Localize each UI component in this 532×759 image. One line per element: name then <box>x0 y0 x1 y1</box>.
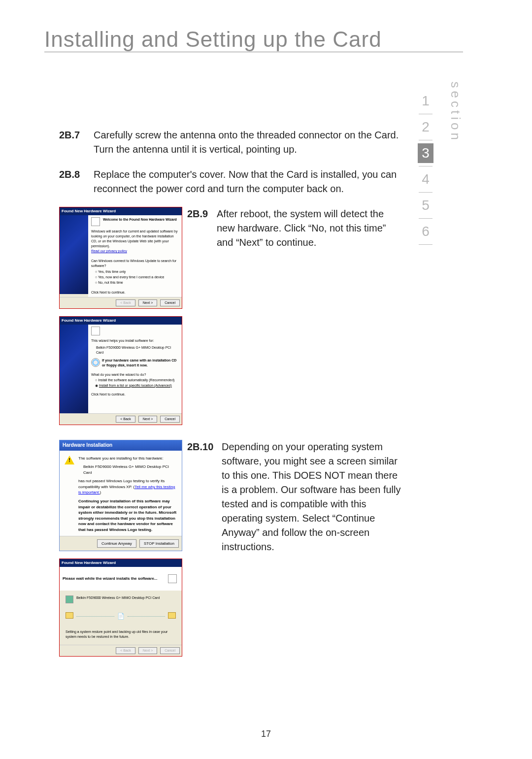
nav-sep <box>419 140 432 140</box>
warning-icon <box>65 456 74 464</box>
back-button[interactable]: < Back <box>116 299 135 306</box>
device-icon <box>91 327 100 335</box>
progress-heading: Please wait while the wizard installs th… <box>63 576 158 582</box>
radio-auto[interactable]: ○ Install the software automatically (Re… <box>95 378 179 383</box>
step-2b7: 2B.7 Carefully screw the antenna onto th… <box>59 128 404 157</box>
titlebar: Found New Hardware Wizard <box>60 317 182 325</box>
step-number: 2B.7 <box>59 128 94 157</box>
titlebar: Hardware Installation <box>60 440 182 451</box>
wizard-intro: Windows will search for current and upda… <box>91 229 179 249</box>
stop-installation-button[interactable]: STOP Installation <box>139 539 179 548</box>
titlebar: Found New Hardware Wizard <box>60 559 182 567</box>
cancel-button[interactable]: Cancel <box>160 299 180 306</box>
wizard2-screenshot: Found New Hardware Wizard This wizard he… <box>59 316 182 425</box>
nav-item-2[interactable]: 2 <box>418 117 433 137</box>
device-name: Belkin F5D9000 Wireless G+ MIMO Desktop … <box>83 464 177 475</box>
section-nav: 1 2 3 4 5 6 <box>418 91 433 248</box>
card-icon <box>66 595 73 603</box>
device-name: Belkin F5D9000 Wireless G+ MIMO Desktop … <box>76 596 160 599</box>
step-number: 2B.8 <box>59 167 94 196</box>
body-text: 2B.7 Carefully screw the antenna onto th… <box>59 128 404 664</box>
step-text: Carefully screw the antenna onto the thr… <box>94 128 404 157</box>
progress-header: Please wait while the wizard installs th… <box>60 567 182 591</box>
cancel-button[interactable]: Cancel <box>160 647 180 654</box>
hardware-installation-dialog: Hardware Installation The software you a… <box>59 440 182 551</box>
step-2b10-row: Hardware Installation The software you a… <box>59 440 404 664</box>
next-button[interactable]: Next > <box>138 299 157 306</box>
device-icon <box>168 574 177 583</box>
next-button[interactable]: Next > <box>138 647 157 654</box>
step-text: Replace the computer's cover. Now that t… <box>94 167 404 196</box>
screenshot-column: Hardware Installation The software you a… <box>59 440 182 664</box>
nav-sep <box>419 166 432 166</box>
install-progress-dialog: Found New Hardware Wizard Please wait wh… <box>59 559 182 656</box>
step-2b9-row: Found New Hardware Wizard Welcome to the… <box>59 207 404 432</box>
wizard-question: What do you want the wizard to do? <box>91 372 179 377</box>
hi-line1: The software you are installing for this… <box>78 456 177 462</box>
radio-yes-always[interactable]: ○ Yes, now and every time I connect a de… <box>95 275 179 280</box>
step-number: 2B.10 <box>187 440 222 664</box>
nav-sep <box>419 114 432 114</box>
nav-item-4[interactable]: 4 <box>418 169 433 189</box>
hi-logo-line: has not passed Windows Logo testing to v… <box>78 478 177 495</box>
nav-item-5[interactable]: 5 <box>418 196 433 215</box>
page-title: Installing and Setting up the Card <box>44 27 463 52</box>
cd-icon <box>91 358 100 367</box>
nav-item-3[interactable]: 3 <box>418 143 433 163</box>
privacy-link[interactable]: Read our privacy policy <box>91 249 127 253</box>
copy-animation: 📄 <box>66 612 176 621</box>
screenshot-column: Found New Hardware Wizard Welcome to the… <box>59 207 182 432</box>
nav-item-6[interactable]: 6 <box>418 222 433 241</box>
manual-page: { "title": "Installing and Setting up th… <box>0 0 532 759</box>
hi-warning: Continuing your installation of this sof… <box>78 498 177 533</box>
nav-sep <box>419 244 432 245</box>
nav-item-1[interactable]: 1 <box>418 91 433 111</box>
folder-icon <box>66 612 73 619</box>
cancel-button[interactable]: Cancel <box>160 416 180 423</box>
wizard-heading: Welcome to the Found New Hardware Wizard <box>103 218 177 221</box>
title-rule <box>44 52 463 52</box>
device-icon <box>91 217 100 226</box>
wizard-sidebar-graphic <box>60 215 88 294</box>
nav-sep <box>419 192 432 193</box>
page-number: 17 <box>0 729 532 739</box>
folder-icon <box>168 612 176 619</box>
titlebar: Found New Hardware Wizard <box>60 207 182 215</box>
file-icon: 📄 <box>117 612 125 621</box>
cd-note: If your hardware came with an installati… <box>102 358 179 368</box>
step-text: Depending on your operating system softw… <box>222 440 404 664</box>
wizard-continue-text: Click Next to continue. <box>91 290 179 295</box>
back-button[interactable]: < Back <box>116 416 135 423</box>
radio-yes-once[interactable]: ○ Yes, this time only <box>95 269 179 274</box>
step-text: After reboot, the system will detect the… <box>217 207 404 432</box>
wizard-sidebar-graphic <box>60 325 88 413</box>
continue-anyway-button[interactable]: Continue Anyway <box>97 539 136 548</box>
step-2b8: 2B.8 Replace the computer's cover. Now t… <box>59 167 404 196</box>
radio-advanced[interactable]: ◉ Install from a list or specific locati… <box>95 383 179 388</box>
progress-note: Setting a system restore point and backi… <box>66 629 176 639</box>
section-label: section <box>448 82 463 143</box>
next-button[interactable]: Next > <box>138 416 157 423</box>
wizard-continue-text: Click Next to continue. <box>91 392 179 397</box>
wizard1-screenshot: Found New Hardware Wizard Welcome to the… <box>59 207 182 309</box>
wizard-question: Can Windows connect to Windows Update to… <box>91 259 179 268</box>
device-name: Belkin F5D9000 Wireless G+ MIMO Desktop … <box>96 345 179 355</box>
radio-no[interactable]: ○ No, not this time <box>95 280 179 285</box>
back-button[interactable]: < Back <box>116 647 135 654</box>
nav-sep <box>419 218 432 219</box>
step-number: 2B.9 <box>187 207 217 432</box>
wizard-intro: This wizard helps you install software f… <box>91 338 179 343</box>
